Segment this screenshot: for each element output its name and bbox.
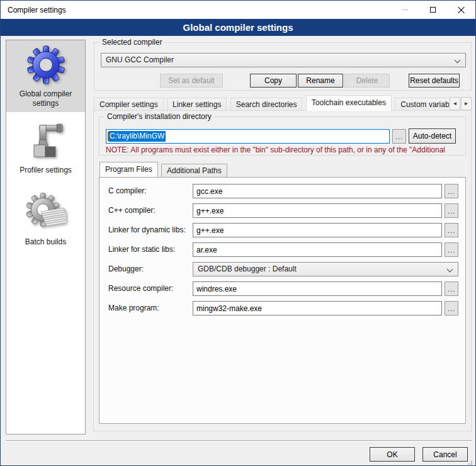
make-program-label: Make program: (108, 304, 159, 312)
dynamic-linker-input[interactable] (193, 223, 442, 237)
chevron-down-icon (455, 57, 461, 64)
rename-button[interactable]: Rename (298, 74, 343, 88)
gear-stack-icon (26, 193, 66, 233)
ok-button[interactable]: OK (370, 447, 415, 462)
compiler-settings-dialog: Compiler settings Global compiler settin… (0, 0, 476, 466)
installation-directory-group: Compiler's installation directory C:\ray… (99, 116, 466, 156)
resource-compiler-browse-button[interactable]: ... (445, 281, 458, 296)
tab-scroll-area: Compiler settings Linker settings Search… (94, 95, 449, 111)
title-bar: Compiler settings (1, 1, 475, 19)
window-title: Compiler settings (8, 6, 66, 14)
sidebar-item-batch-builds[interactable]: Batch builds (6, 184, 85, 256)
tab-toolchain-executables[interactable]: Toolchain executables (306, 95, 392, 111)
minimize-button[interactable] (390, 1, 419, 19)
close-button[interactable] (447, 1, 475, 19)
sidebar-item-label: Batch builds (25, 237, 66, 247)
dynamic-linker-browse-button[interactable]: ... (445, 223, 458, 237)
chevron-down-icon (447, 266, 453, 273)
c-compiler-input[interactable] (193, 184, 442, 198)
tab-search-directories[interactable]: Search directories (230, 98, 303, 111)
arrow-right-icon: ► (464, 101, 469, 106)
tab-program-files[interactable]: Program Files (99, 162, 158, 177)
window-controls (390, 1, 475, 19)
debugger-label: Debugger: (108, 264, 144, 273)
debugger-select[interactable]: GDB/CDB debugger : Default (193, 262, 458, 276)
cpp-compiler-browse-button[interactable]: ... (445, 203, 458, 218)
reset-defaults-button[interactable]: Reset defaults (409, 74, 460, 88)
c-compiler-label: C compiler: (108, 186, 147, 195)
copy-button[interactable]: Copy (250, 74, 297, 88)
cpp-compiler-input[interactable] (193, 203, 442, 218)
make-program-input[interactable] (193, 301, 442, 315)
tab-scroll-left-button[interactable]: ◄ (450, 97, 460, 110)
caliper-icon (26, 121, 66, 161)
program-files-tabs: Program Files Additional Paths (99, 162, 351, 177)
static-linker-browse-button[interactable]: ... (445, 242, 458, 257)
maximize-icon (430, 7, 436, 13)
installation-directory-input[interactable]: C:\raylib\MinGW (106, 129, 390, 144)
maximize-button[interactable] (419, 1, 447, 19)
tab-scroll-right-button[interactable]: ► (461, 97, 472, 110)
cpp-compiler-label: C++ compiler: (108, 206, 156, 215)
tab-linker-settings[interactable]: Linker settings (167, 98, 227, 111)
selected-compiler-group-label: Selected compiler (99, 38, 164, 47)
installation-directory-group-label: Compiler's installation directory (105, 112, 214, 121)
debugger-select-value: GDB/CDB debugger : Default (198, 264, 297, 273)
compiler-tabs: Compiler settings Linker settings Search… (94, 95, 472, 111)
page-title: Global compiler settings (1, 19, 475, 36)
sidebar-item-global-compiler-settings[interactable]: Global compiler settings (6, 40, 85, 112)
static-linker-input[interactable] (193, 242, 442, 257)
compiler-select-value: GNU GCC Compiler (106, 55, 174, 64)
tab-additional-paths[interactable]: Additional Paths (161, 164, 227, 177)
cancel-button[interactable]: Cancel (422, 447, 468, 462)
close-icon (458, 6, 465, 13)
set-as-default-button[interactable]: Set as default (160, 74, 223, 88)
arrow-left-icon: ◄ (453, 101, 458, 106)
resize-grip[interactable] (471, 461, 472, 462)
c-compiler-browse-button[interactable]: ... (445, 184, 458, 198)
bin-subdirectory-note: NOTE: All programs must exist either in … (106, 145, 462, 154)
resource-compiler-label: Resource compiler: (108, 284, 173, 293)
program-files-page: C compiler: ... C++ compiler: ... Linker… (99, 177, 466, 424)
selected-compiler-group: Selected compiler GNU GCC Compiler Set a… (94, 42, 472, 91)
make-program-browse-button[interactable]: ... (445, 301, 458, 315)
static-linker-label: Linker for static libs: (108, 245, 175, 254)
tab-custom-variables[interactable]: Custom variables (395, 98, 449, 111)
minimize-icon (402, 9, 408, 10)
auto-detect-button[interactable]: Auto-detect (409, 128, 456, 144)
settings-category-list: Global compiler settings (6, 40, 86, 435)
browse-directory-button[interactable]: ... (392, 129, 406, 144)
tab-compiler-settings[interactable]: Compiler settings (94, 98, 164, 111)
installation-directory-value: C:\raylib\MinGW (109, 131, 166, 142)
compiler-select[interactable]: GNU GCC Compiler (101, 53, 466, 67)
footer-separator (6, 440, 472, 441)
sidebar-item-label: Global compiler settings (10, 89, 81, 108)
sidebar-item-label: Profiler settings (20, 166, 72, 175)
resource-compiler-input[interactable] (193, 281, 442, 296)
dynamic-linker-label: Linker for dynamic libs: (108, 225, 186, 234)
blue-gear-icon (26, 45, 66, 85)
delete-button[interactable]: Delete (344, 74, 390, 88)
sidebar-item-profiler-settings[interactable]: Profiler settings (6, 112, 85, 184)
